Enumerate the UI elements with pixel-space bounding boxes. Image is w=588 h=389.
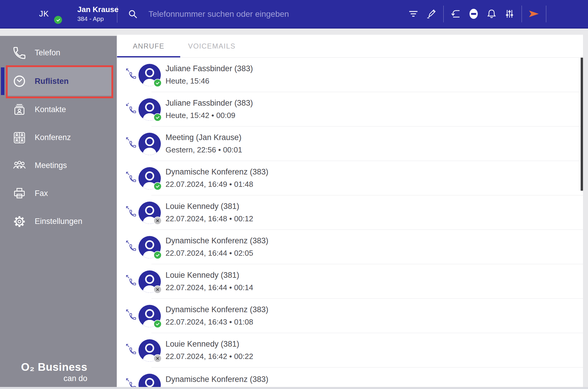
contact-avatar <box>138 339 161 362</box>
call-contact-name: Dynamische Konferenz (383) <box>166 236 268 245</box>
contact-avatar <box>138 236 161 258</box>
scrollbar-thumb[interactable] <box>581 58 583 191</box>
avatar[interactable]: JK <box>39 9 49 19</box>
call-list-item[interactable]: Louie Kennedy (381) 22.07.2024, 16:48 • … <box>117 195 583 230</box>
call-contact-name: Juliane Fassbinder (383) <box>166 99 253 108</box>
edit-pencil-icon[interactable] <box>425 8 437 20</box>
phone-icon <box>12 45 27 61</box>
presence-offline-badge <box>153 217 162 225</box>
user-name: Jan Krause <box>77 5 118 14</box>
presence-offline-badge <box>153 285 162 294</box>
sidebar-item-ruflisten[interactable]: Ruflisten <box>8 67 113 96</box>
window-edge <box>0 387 588 389</box>
notifications-bell-icon[interactable] <box>486 8 497 20</box>
user-extension: 384 - App <box>77 15 104 22</box>
call-meta: Heute, 15:42 • 00:09 <box>166 111 253 120</box>
call-list-item[interactable]: Meeting (Jan Krause) Gestern, 22:56 • 00… <box>117 127 583 161</box>
call-list-item[interactable]: Dynamische Konferenz (383) 22.07.2024, 1… <box>117 161 583 195</box>
presence-online-badge <box>153 320 162 328</box>
call-list-item[interactable]: Louie Kennedy (381) 22.07.2024, 16:42 • … <box>117 333 583 368</box>
tab-bar: ANRUFE VOICEMAILS <box>117 35 583 58</box>
send-icon[interactable] <box>528 8 540 20</box>
sidebar-item-label: Ruflisten <box>35 77 69 86</box>
header-toolbar <box>407 0 552 28</box>
sidebar-item-label: Fax <box>35 189 48 198</box>
search-icon <box>128 9 138 19</box>
sidebar-item-label: Telefon <box>35 48 60 57</box>
call-contact-name: Dynamische Konferenz (383) <box>166 305 268 314</box>
presence-offline-badge <box>153 354 162 363</box>
contact-avatar <box>138 270 161 293</box>
call-meta: 22.07.2024, 16:44 • 00:14 <box>166 283 253 292</box>
audio-settings-sliders-icon[interactable] <box>504 8 515 20</box>
search-input[interactable] <box>148 6 372 22</box>
sidebar-item-label: Konferenz <box>35 133 71 142</box>
sidebar-item-meetings[interactable]: Meetings <box>0 152 117 179</box>
outgoing-call-icon <box>125 240 137 252</box>
sidebar-item-label: Einstellungen <box>35 217 82 226</box>
call-contact-name: Dynamische Konferenz (383) <box>166 167 268 177</box>
sidebar-item-label: Kontakte <box>35 105 66 114</box>
sidebar-item-konferenz[interactable]: Konferenz <box>0 124 117 152</box>
contact-avatar <box>138 64 161 86</box>
header: JK Jan Krause 384 - App <box>0 0 588 29</box>
outgoing-call-icon <box>125 309 137 320</box>
call-contact-name: Juliane Fassbinder (383) <box>166 64 253 73</box>
call-meta: 22.07.2024, 16:49 • 01:48 <box>166 180 268 189</box>
contact-avatar <box>138 98 161 121</box>
sidebar-item-telefon[interactable]: Telefon <box>0 39 117 67</box>
header-divider <box>443 6 444 22</box>
call-list-item[interactable]: Juliane Fassbinder (383) Heute, 15:46 <box>117 58 583 92</box>
call-contact-name: Louie Kennedy (381) <box>166 340 253 349</box>
do-not-disturb-icon[interactable] <box>468 8 480 20</box>
call-contact-name: Louie Kennedy (381) <box>166 202 253 211</box>
people-icon <box>12 158 27 173</box>
call-forwarding-icon[interactable] <box>450 8 462 20</box>
user-presence-badge <box>54 16 62 24</box>
call-contact-name: Louie Kennedy (381) <box>166 271 253 280</box>
contact-avatar <box>138 133 161 155</box>
sidebar-item-fax[interactable]: Fax <box>0 179 117 207</box>
call-contact-name: Dynamische Konferenz (383) <box>166 375 268 384</box>
outgoing-call-icon <box>125 137 137 148</box>
clock-icon <box>12 74 27 89</box>
outgoing-call-icon <box>125 171 137 183</box>
sidebar-item-kontakte[interactable]: Kontakte <box>0 96 117 124</box>
header-divider <box>546 6 546 22</box>
header-divider <box>522 6 522 22</box>
presence-online-badge <box>153 251 162 259</box>
contacts-icon <box>12 102 27 117</box>
brand-logo: O₂ Business can do <box>21 361 87 383</box>
contact-avatar <box>138 202 161 224</box>
call-list-item[interactable]: Dynamische Konferenz (383) 22.07.2024, 1… <box>117 230 583 264</box>
contact-avatar <box>138 167 161 189</box>
call-list-item[interactable]: Juliane Fassbinder (383) Heute, 15:42 • … <box>117 92 583 127</box>
incoming-call-icon <box>125 102 137 114</box>
brand-name: O₂ Business <box>21 361 87 373</box>
call-list-item[interactable]: Dynamische Konferenz (383) 22.07.2024, 1… <box>117 299 583 333</box>
call-meta: 22.07.2024, 16:42 • 00:22 <box>166 352 253 361</box>
fax-printer-icon <box>12 186 27 201</box>
sidebar: Telefon Ruflisten <box>0 36 117 389</box>
call-list-item[interactable]: Dynamische Konferenz (383) <box>117 368 583 389</box>
call-list: Juliane Fassbinder (383) Heute, 15:46 <box>117 58 583 389</box>
outgoing-call-icon <box>125 68 137 79</box>
call-meta: Heute, 15:46 <box>166 77 253 86</box>
sidebar-item-einstellungen[interactable]: Einstellungen <box>0 207 117 235</box>
header-divider <box>117 6 117 23</box>
presence-online-badge <box>153 79 162 87</box>
tab-anrufe[interactable]: ANRUFE <box>117 35 180 57</box>
brand-tagline: can do <box>21 374 87 383</box>
conference-icon <box>12 130 27 145</box>
presence-online-badge <box>153 182 162 190</box>
outgoing-call-icon <box>125 205 137 217</box>
presence-online-badge <box>153 113 162 122</box>
gear-icon <box>12 214 27 229</box>
main-panel: ANRUFE VOICEMAILS <box>117 35 583 389</box>
call-meta: 22.07.2024, 16:43 • 01:08 <box>166 317 268 327</box>
app-window: JK Jan Krause 384 - App <box>0 0 588 389</box>
call-meta: 22.07.2024, 16:44 • 02:05 <box>166 249 268 258</box>
filter-icon[interactable] <box>407 8 419 20</box>
call-list-item[interactable]: Louie Kennedy (381) 22.07.2024, 16:44 • … <box>117 264 583 299</box>
tab-voicemails[interactable]: VOICEMAILS <box>180 35 243 57</box>
